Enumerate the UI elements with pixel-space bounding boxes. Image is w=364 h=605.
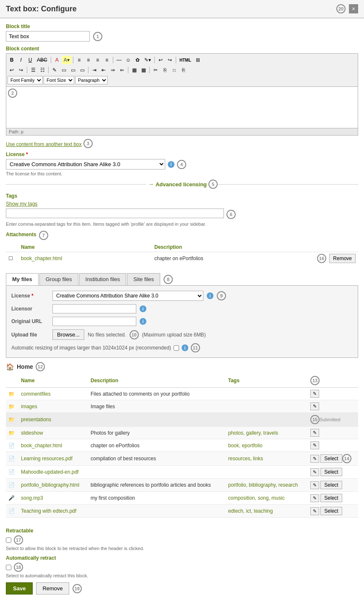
underline-button[interactable]: U: [26, 56, 34, 64]
bullet-list-button[interactable]: ☰: [29, 66, 37, 74]
edit-button[interactable]: ✎: [310, 507, 319, 515]
advanced-licensing-link[interactable]: Advanced licensing: [156, 181, 207, 188]
file-link[interactable]: images: [21, 404, 37, 409]
font-color-button[interactable]: A: [53, 56, 61, 64]
font-size-select[interactable]: Font Size: [44, 76, 74, 84]
panel-url-row: Original URL i: [11, 317, 353, 326]
align-justify-button[interactable]: ≡: [103, 56, 111, 64]
auto-retract-hint: Select to automatically retract this blo…: [6, 573, 358, 578]
file-actions: ✎: [308, 400, 358, 413]
file-link[interactable]: presentations: [21, 417, 51, 422]
edit-button[interactable]: ✎: [310, 481, 319, 489]
italic-button[interactable]: I: [17, 56, 25, 64]
highlight-button[interactable]: A▾: [62, 56, 71, 64]
auto-resize-checkbox[interactable]: [174, 345, 179, 351]
file-link[interactable]: slideshow: [21, 430, 43, 436]
auto-retract-checkbox[interactable]: [6, 565, 11, 570]
file-link[interactable]: Teaching with edtech.pdf: [21, 508, 76, 514]
select-button[interactable]: Select: [320, 454, 342, 463]
tags-input[interactable]: [6, 209, 224, 218]
file-link[interactable]: Mahoodle-updated-en.pdf: [21, 469, 78, 475]
file-row: 📄 Mahoodle-updated-en.pdf ✎ Select: [6, 466, 358, 479]
strikethrough-button[interactable]: ABC: [35, 56, 49, 64]
edit-button[interactable]: ✎: [310, 494, 319, 502]
select-button[interactable]: Select: [320, 494, 342, 502]
paragraph-select[interactable]: Paragraph: [75, 76, 108, 84]
tab-my-files[interactable]: My files: [6, 273, 39, 285]
license-select[interactable]: Creative Commons Attribution Share Alike…: [6, 159, 165, 170]
dialog-title: Text box: Configure: [6, 5, 77, 13]
file-row: 📁 presentations 15Submitted: [6, 413, 358, 427]
tab-group-files[interactable]: Group files: [39, 273, 78, 285]
tab-site-files[interactable]: Site files: [127, 273, 160, 285]
align-left-button[interactable]: ≡: [75, 56, 83, 64]
font-family-select[interactable]: Font Family: [8, 76, 43, 84]
paste2-button[interactable]: ⎘: [179, 66, 187, 74]
copy-button[interactable]: ⎘: [161, 66, 169, 74]
tab-institution-files[interactable]: Institution files: [79, 273, 126, 285]
select-button[interactable]: Select: [320, 507, 342, 515]
remove-button[interactable]: Remove: [36, 582, 69, 595]
rect3-button[interactable]: ▭: [78, 66, 86, 74]
expand-button[interactable]: ⊞: [194, 56, 202, 64]
bold-button[interactable]: B: [8, 56, 16, 64]
rtl-button[interactable]: ⇐: [118, 66, 126, 74]
editor-body[interactable]: [19, 89, 356, 126]
files-col-tags: Tags: [226, 374, 308, 388]
browse-button[interactable]: Browse...: [52, 329, 84, 340]
use-content-link[interactable]: Use content from another text box: [6, 141, 82, 147]
file-link[interactable]: portfolio_bibliography.html: [21, 482, 79, 488]
rect2-button[interactable]: ▭: [69, 66, 77, 74]
num-list-button[interactable]: ☷: [38, 66, 47, 74]
file-link[interactable]: Learning resources.pdf: [21, 456, 73, 462]
panel-url-info-icon[interactable]: i: [140, 318, 146, 325]
panel-license-select[interactable]: Creative Commons Attribution Share Alike…: [52, 291, 203, 301]
edit-button[interactable]: ✎: [310, 441, 319, 449]
undo2-button[interactable]: ↩: [8, 66, 16, 74]
hr-button[interactable]: —: [115, 56, 123, 64]
edit-button[interactable]: ✎: [310, 468, 319, 476]
outdent-button[interactable]: ⇤: [99, 66, 108, 74]
edit2-button[interactable]: ✎: [50, 66, 59, 74]
save-button[interactable]: Save: [6, 582, 33, 595]
smiley-button[interactable]: ☺: [124, 56, 133, 64]
rect1-button[interactable]: ▭: [60, 66, 68, 74]
file-link[interactable]: song.mp3: [21, 495, 43, 501]
edit-button[interactable]: ✎: [310, 429, 319, 437]
close-button[interactable]: ×: [349, 4, 358, 13]
license-info-icon[interactable]: i: [168, 161, 174, 168]
paste-button[interactable]: ⏍: [170, 66, 178, 74]
html-button[interactable]: HTML: [178, 56, 193, 64]
edit-button[interactable]: ✎: [310, 455, 319, 463]
file-link[interactable]: commentfiles: [21, 391, 51, 397]
edit-button[interactable]: ✎: [310, 390, 319, 398]
edit-button[interactable]: ✎: [310, 402, 319, 410]
file-link[interactable]: book_chapter.html: [21, 443, 62, 449]
table-button[interactable]: ▦: [130, 66, 138, 74]
panel-licensor-info-icon[interactable]: i: [140, 305, 146, 312]
special-char-button[interactable]: ✿: [133, 56, 142, 64]
panel-url-input[interactable]: [52, 317, 136, 326]
align-center-button[interactable]: ≡: [84, 56, 93, 64]
table2-button[interactable]: ▦: [139, 66, 148, 74]
file-type-icon: 📄: [6, 505, 18, 518]
attachment-remove-button[interactable]: Remove: [329, 254, 356, 263]
tabs-container: My files Group files Institution files S…: [6, 269, 358, 286]
redo-button[interactable]: ↪: [166, 56, 174, 64]
panel-licensor-input[interactable]: [52, 304, 136, 313]
align-right-button[interactable]: ≡: [94, 56, 102, 64]
show-tags-link[interactable]: Show my tags: [6, 201, 37, 207]
retractable-checkbox[interactable]: [6, 537, 11, 543]
panel-license-info-icon[interactable]: i: [207, 292, 213, 299]
select-button[interactable]: Select: [320, 468, 342, 476]
cut-button[interactable]: ✂: [151, 66, 160, 74]
select-button[interactable]: Select: [320, 481, 342, 489]
attach-col-icon: [6, 243, 18, 252]
pencil-button[interactable]: ✎▾: [143, 56, 153, 64]
auto-resize-info-icon[interactable]: i: [182, 344, 188, 351]
undo-button[interactable]: ↩: [156, 56, 165, 64]
block-title-input[interactable]: [6, 31, 90, 42]
ltr-button[interactable]: ⇒: [109, 66, 117, 74]
redo2-button[interactable]: ↪: [17, 66, 25, 74]
indent-button[interactable]: ⇥: [90, 66, 99, 74]
